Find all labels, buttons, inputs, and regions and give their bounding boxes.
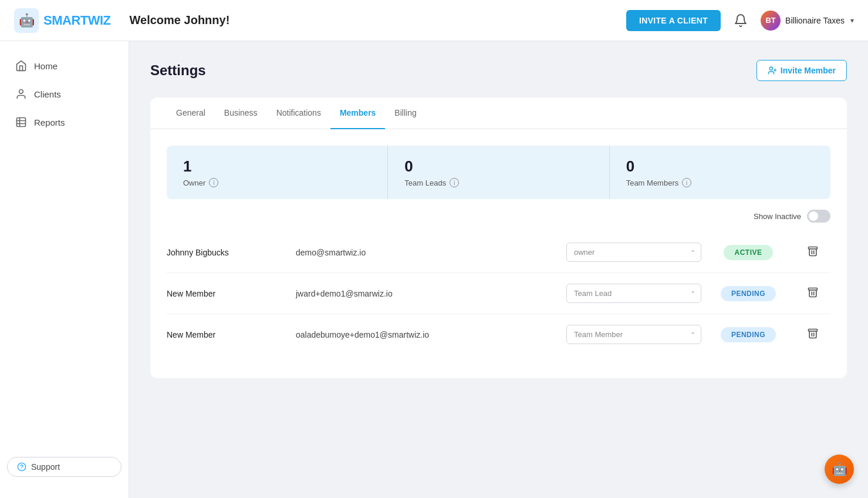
member-name: New Member bbox=[167, 330, 296, 339]
logo: 🤖 SMARTWIZ bbox=[14, 8, 111, 33]
header: 🤖 SMARTWIZ Welcome Johnny! INVITE A CLIE… bbox=[0, 0, 868, 41]
team-members-label: Team Members i bbox=[626, 178, 814, 187]
role-select-1[interactable]: owner Team Lead Team Member bbox=[566, 284, 701, 303]
member-email: oaladebumoye+demo1@smartwiz.io bbox=[296, 330, 566, 339]
header-left: 🤖 SMARTWIZ Welcome Johnny! bbox=[14, 8, 229, 33]
member-status: ACTIVE bbox=[701, 245, 795, 260]
delete-member-button[interactable] bbox=[807, 328, 819, 342]
chat-bubble[interactable]: 🤖 bbox=[825, 455, 854, 484]
sidebar-label-reports: Reports bbox=[34, 117, 65, 127]
sidebar: Home Clients Reports bbox=[0, 41, 129, 498]
status-badge: PENDING bbox=[721, 327, 776, 342]
stats-bar: 1 Owner i 0 Team Leads i bbox=[167, 146, 830, 199]
role-select-0[interactable]: owner Team Lead Team Member bbox=[566, 243, 701, 262]
table-row: Johnny Bigbucks demo@smartwiz.io owner T… bbox=[167, 232, 830, 273]
team-members-count: 0 bbox=[626, 157, 814, 176]
welcome-text: Welcome Johnny! bbox=[130, 14, 230, 27]
header-right: INVITE A CLIENT BT Billionaire Taxes ▾ bbox=[626, 10, 854, 31]
tabs: General Business Notifications Members B… bbox=[150, 97, 847, 129]
page-header: Settings Invite Member bbox=[150, 60, 847, 81]
body: Home Clients Reports bbox=[0, 41, 868, 498]
member-actions bbox=[795, 245, 830, 260]
invite-client-button[interactable]: INVITE A CLIENT bbox=[626, 10, 721, 31]
show-inactive-toggle[interactable] bbox=[807, 210, 830, 223]
member-status: PENDING bbox=[701, 327, 795, 342]
add-person-icon bbox=[768, 66, 777, 75]
svg-rect-1 bbox=[17, 118, 26, 127]
owner-label: Owner i bbox=[183, 178, 371, 187]
tab-billing[interactable]: Billing bbox=[385, 97, 425, 129]
chevron-down-icon: ▾ bbox=[850, 16, 854, 25]
member-status: PENDING bbox=[701, 286, 795, 301]
owner-info-icon[interactable]: i bbox=[209, 178, 218, 187]
reports-icon bbox=[15, 116, 27, 128]
team-members-info-icon[interactable]: i bbox=[682, 178, 691, 187]
main-content: Settings Invite Member General Business bbox=[129, 41, 868, 498]
support-label: Support bbox=[31, 462, 60, 472]
table-row: New Member jward+demo1@smarwiz.io owner … bbox=[167, 273, 830, 314]
role-dropdown-1[interactable]: owner Team Lead Team Member bbox=[566, 284, 701, 303]
invite-member-button[interactable]: Invite Member bbox=[756, 60, 847, 81]
role-dropdown-0[interactable]: owner Team Lead Team Member bbox=[566, 243, 701, 262]
tab-members[interactable]: Members bbox=[330, 97, 385, 129]
member-name: New Member bbox=[167, 289, 296, 298]
user-profile[interactable]: BT Billionaire Taxes ▾ bbox=[761, 11, 854, 31]
logo-text: SMARTWIZ bbox=[43, 13, 111, 28]
support-icon bbox=[17, 462, 26, 472]
delete-member-button[interactable] bbox=[807, 287, 819, 301]
member-actions bbox=[795, 328, 830, 342]
sidebar-item-reports[interactable]: Reports bbox=[7, 109, 121, 135]
member-role-select-wrapper: owner Team Lead Team Member bbox=[566, 325, 701, 344]
delete-member-button[interactable] bbox=[807, 245, 819, 260]
sidebar-nav: Home Clients Reports bbox=[0, 53, 129, 135]
team-leads-label: Team Leads i bbox=[404, 178, 592, 187]
team-leads-count: 0 bbox=[404, 157, 592, 176]
notification-icon[interactable] bbox=[730, 10, 751, 31]
status-badge: PENDING bbox=[721, 286, 776, 301]
team-leads-info-icon[interactable]: i bbox=[450, 178, 459, 187]
sidebar-label-clients: Clients bbox=[34, 89, 61, 99]
role-select-2[interactable]: owner Team Lead Team Member bbox=[566, 325, 701, 344]
svg-point-7 bbox=[769, 67, 772, 70]
show-inactive-label: Show Inactive bbox=[754, 212, 801, 221]
tab-notifications[interactable]: Notifications bbox=[267, 97, 330, 129]
sidebar-label-home: Home bbox=[34, 61, 58, 71]
tab-business[interactable]: Business bbox=[215, 97, 267, 129]
user-name: Billionaire Taxes bbox=[785, 16, 845, 25]
avatar: BT bbox=[761, 11, 781, 31]
role-dropdown-2[interactable]: owner Team Lead Team Member bbox=[566, 325, 701, 344]
show-inactive-row: Show Inactive bbox=[150, 199, 847, 223]
member-role-select-wrapper: owner Team Lead Team Member bbox=[566, 243, 701, 262]
member-actions bbox=[795, 287, 830, 301]
sidebar-item-home[interactable]: Home bbox=[7, 53, 121, 79]
owner-count: 1 bbox=[183, 157, 371, 176]
tab-general[interactable]: General bbox=[167, 97, 215, 129]
members-table: Johnny Bigbucks demo@smartwiz.io owner T… bbox=[150, 227, 847, 359]
stat-team-leads: 0 Team Leads i bbox=[388, 146, 609, 199]
status-badge: ACTIVE bbox=[724, 245, 772, 260]
logo-icon: 🤖 bbox=[14, 8, 39, 33]
member-email: jward+demo1@smarwiz.io bbox=[296, 289, 566, 298]
member-email: demo@smartwiz.io bbox=[296, 248, 566, 257]
member-role-select-wrapper: owner Team Lead Team Member bbox=[566, 284, 701, 303]
page-title: Settings bbox=[150, 62, 206, 79]
home-icon bbox=[15, 60, 27, 72]
support-button[interactable]: Support bbox=[7, 457, 121, 477]
table-row: New Member oaladebumoye+demo1@smartwiz.i… bbox=[167, 314, 830, 355]
stat-owners: 1 Owner i bbox=[167, 146, 388, 199]
settings-card: General Business Notifications Members B… bbox=[150, 97, 847, 378]
invite-member-label: Invite Member bbox=[781, 66, 836, 75]
clients-icon bbox=[15, 88, 27, 100]
sidebar-item-clients[interactable]: Clients bbox=[7, 81, 121, 107]
stat-team-members: 0 Team Members i bbox=[610, 146, 830, 199]
svg-point-0 bbox=[19, 90, 23, 94]
member-name: Johnny Bigbucks bbox=[167, 248, 296, 257]
sidebar-bottom: Support bbox=[0, 457, 129, 486]
